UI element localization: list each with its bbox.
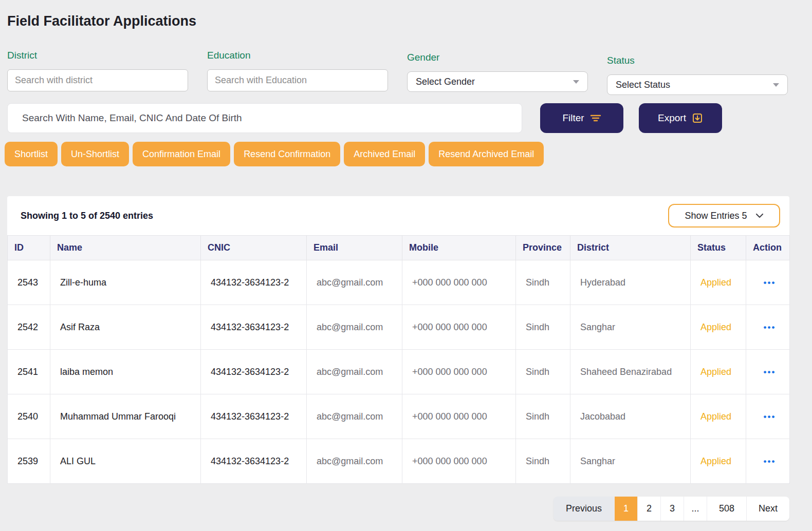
column-header-mobile: Mobile xyxy=(402,236,516,260)
pagination: Previous 1 2 3 ... 508 Next xyxy=(553,497,789,521)
status-filter-group: Status Select Status xyxy=(607,55,788,95)
cell-name: Muhammad Ummar Farooqi xyxy=(50,394,201,439)
show-entries-label: Show Entries 5 xyxy=(685,211,747,221)
ellipsis-icon: ••• xyxy=(764,278,776,288)
gender-label: Gender xyxy=(407,52,588,63)
applications-card: Showing 1 to 5 of 2540 entries Show Entr… xyxy=(7,196,789,484)
show-entries-select[interactable]: Show Entries 5 xyxy=(668,204,780,227)
cell-province: Sindh xyxy=(516,439,570,484)
gender-select-value: Select Gender xyxy=(416,77,475,87)
resend-confirmation-button[interactable]: Resend Confirmation xyxy=(234,142,340,166)
education-label: Education xyxy=(207,50,388,61)
row-actions-button[interactable]: ••• xyxy=(761,411,779,423)
status-label: Status xyxy=(607,55,788,66)
district-label: District xyxy=(7,50,188,61)
status-badge: Applied xyxy=(691,260,746,305)
cell-province: Sindh xyxy=(516,260,570,305)
cell-action: ••• xyxy=(746,394,790,439)
gender-select[interactable]: Select Gender xyxy=(407,71,588,92)
confirmation-email-button[interactable]: Confirmation Email xyxy=(133,142,230,166)
cell-cnic: 434132-3634123-2 xyxy=(201,305,307,350)
cell-action: ••• xyxy=(746,260,790,305)
cell-name: Zill-e-huma xyxy=(50,260,201,305)
cell-id: 2540 xyxy=(8,394,50,439)
applications-table: ID Name CNIC Email Mobile Province Distr… xyxy=(7,235,790,484)
next-page-button[interactable]: Next xyxy=(746,497,789,521)
cell-cnic: 434132-3634123-2 xyxy=(201,439,307,484)
cell-mobile: +000 000 000 000 xyxy=(402,260,516,305)
filters-row: District Education Gender Select Gender … xyxy=(7,50,789,95)
caret-down-icon xyxy=(773,83,779,87)
row-actions-button[interactable]: ••• xyxy=(761,456,779,467)
column-header-province: Province xyxy=(516,236,570,260)
status-select[interactable]: Select Status xyxy=(607,74,788,95)
row-actions-button[interactable]: ••• xyxy=(761,367,779,378)
cell-action: ••• xyxy=(746,350,790,394)
resend-archived-email-button[interactable]: Resend Archived Email xyxy=(429,142,544,166)
filter-button[interactable]: Filter xyxy=(540,103,623,133)
archived-email-button[interactable]: Archived Email xyxy=(344,142,425,166)
page-title: Field Facilitator Applications xyxy=(7,0,789,29)
cell-email: abc@gmail.com xyxy=(307,394,402,439)
ellipsis-icon: ••• xyxy=(764,457,776,466)
cell-email: abc@gmail.com xyxy=(307,305,402,350)
district-search-input[interactable] xyxy=(7,69,188,91)
cell-cnic: 434132-3634123-2 xyxy=(201,394,307,439)
field-facilitator-applications-page: Field Facilitator Applications District … xyxy=(0,0,812,521)
search-row: Filter Export xyxy=(7,103,789,133)
table-row: 2539 ALI GUL 434132-3634123-2 abc@gmail.… xyxy=(8,439,790,484)
column-header-status: Status xyxy=(691,236,746,260)
cell-name: laiba memon xyxy=(50,350,201,394)
page-button-1[interactable]: 1 xyxy=(614,497,637,521)
row-actions-button[interactable]: ••• xyxy=(761,322,779,333)
gender-filter-group: Gender Select Gender xyxy=(407,52,588,95)
cell-id: 2541 xyxy=(8,350,50,394)
filter-button-label: Filter xyxy=(562,112,584,124)
export-button[interactable]: Export xyxy=(639,103,722,133)
cell-mobile: +000 000 000 000 xyxy=(402,305,516,350)
education-search-input[interactable] xyxy=(207,69,388,91)
cell-email: abc@gmail.com xyxy=(307,260,402,305)
previous-page-button[interactable]: Previous xyxy=(553,497,614,521)
global-search-input[interactable] xyxy=(7,103,522,133)
page-button-ellipsis[interactable]: ... xyxy=(684,497,707,521)
status-badge: Applied xyxy=(691,350,746,394)
shortlist-button[interactable]: Shortlist xyxy=(5,142,58,166)
column-header-district: District xyxy=(570,236,691,260)
table-row: 2542 Asif Raza 434132-3634123-2 abc@gmai… xyxy=(8,305,790,350)
table-row: 2543 Zill-e-huma 434132-3634123-2 abc@gm… xyxy=(8,260,790,305)
cell-province: Sindh xyxy=(516,394,570,439)
cell-id: 2542 xyxy=(8,305,50,350)
cell-mobile: +000 000 000 000 xyxy=(402,439,516,484)
column-header-cnic: CNIC xyxy=(201,236,307,260)
cell-province: Sindh xyxy=(516,305,570,350)
cell-district: Hyderabad xyxy=(570,260,691,305)
bulk-actions-row: Shortlist Un-Shortlist Confirmation Emai… xyxy=(5,142,789,166)
column-header-id: ID xyxy=(8,236,50,260)
entries-summary: Showing 1 to 5 of 2540 entries xyxy=(21,211,153,221)
un-shortlist-button[interactable]: Un-Shortlist xyxy=(61,142,129,166)
chevron-down-icon xyxy=(755,213,764,218)
cell-name: Asif Raza xyxy=(50,305,201,350)
export-button-label: Export xyxy=(658,112,686,124)
status-badge: Applied xyxy=(691,394,746,439)
cell-mobile: +000 000 000 000 xyxy=(402,394,516,439)
page-button-508[interactable]: 508 xyxy=(707,497,746,521)
row-actions-button[interactable]: ••• xyxy=(761,277,779,289)
cell-province: Sindh xyxy=(516,350,570,394)
column-header-name: Name xyxy=(50,236,201,260)
cell-district: Sanghar xyxy=(570,439,691,484)
column-header-email: Email xyxy=(307,236,402,260)
card-header: Showing 1 to 5 of 2540 entries Show Entr… xyxy=(7,196,789,235)
district-filter-group: District xyxy=(7,50,188,95)
cell-district: Jacobabad xyxy=(570,394,691,439)
cell-cnic: 434132-3634123-2 xyxy=(201,260,307,305)
page-button-2[interactable]: 2 xyxy=(637,497,660,521)
pagination-row: Previous 1 2 3 ... 508 Next xyxy=(7,497,789,521)
ellipsis-icon: ••• xyxy=(764,412,776,422)
status-badge: Applied xyxy=(691,305,746,350)
column-header-action: Action xyxy=(746,236,790,260)
cell-cnic: 434132-3634123-2 xyxy=(201,350,307,394)
status-badge: Applied xyxy=(691,439,746,484)
page-button-3[interactable]: 3 xyxy=(660,497,684,521)
